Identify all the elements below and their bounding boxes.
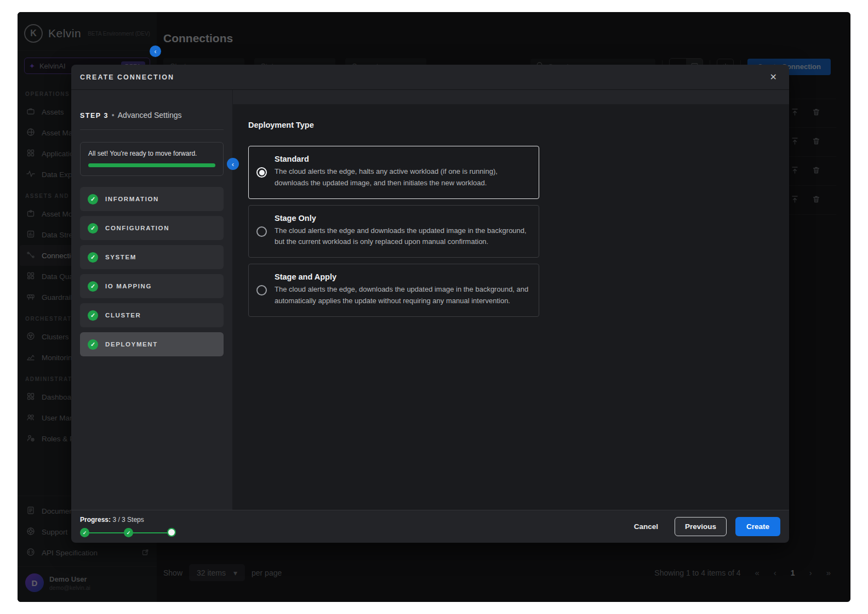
progress-label: Progress: bbox=[80, 516, 111, 524]
status-message: All set! You're ready to move forward. bbox=[88, 150, 215, 157]
panel-collapse-button[interactable]: ‹ bbox=[227, 158, 239, 170]
step-cluster[interactable]: ✓CLUSTER bbox=[80, 303, 224, 327]
progress-node-2: ✓ bbox=[124, 528, 133, 537]
step-configuration[interactable]: ✓CONFIGURATION bbox=[80, 216, 224, 240]
modal-body: STEP 3•Advanced Settings All set! You're… bbox=[71, 90, 789, 510]
modal-header: CREATE CONNECTION ✕ bbox=[71, 65, 789, 90]
progress-block: Progress: 3 / 3 Steps ✓ ✓ bbox=[80, 516, 201, 537]
progress-node-1: ✓ bbox=[80, 528, 89, 537]
radio-selected-icon[interactable] bbox=[256, 167, 267, 178]
radio-icon[interactable] bbox=[256, 226, 267, 237]
step-io-mapping[interactable]: ✓IO MAPPING bbox=[80, 274, 224, 298]
modal-content: Deployment Type Standard The cloud alert… bbox=[233, 90, 789, 510]
check-icon: ✓ bbox=[88, 223, 98, 234]
create-connection-modal: CREATE CONNECTION ✕ STEP 3•Advanced Sett… bbox=[71, 65, 789, 543]
close-icon[interactable]: ✕ bbox=[770, 72, 777, 82]
modal-title: CREATE CONNECTION bbox=[80, 73, 174, 81]
step-indicator: STEP 3•Advanced Settings bbox=[80, 90, 224, 130]
create-button[interactable]: Create bbox=[735, 517, 780, 536]
progress-node-3 bbox=[167, 528, 176, 537]
modal-actions: Cancel Previous Create bbox=[626, 517, 780, 536]
option-standard[interactable]: Standard The cloud alerts the edge, halt… bbox=[248, 146, 539, 199]
check-icon: ✓ bbox=[88, 339, 98, 350]
step-information[interactable]: ✓INFORMATION bbox=[80, 187, 224, 211]
step-system[interactable]: ✓SYSTEM bbox=[80, 245, 224, 269]
check-icon: ✓ bbox=[88, 310, 98, 321]
check-icon: ✓ bbox=[88, 281, 98, 292]
step-deployment[interactable]: ✓DEPLOYMENT bbox=[80, 332, 224, 356]
step-name: Advanced Settings bbox=[118, 111, 182, 120]
status-card: All set! You're ready to move forward. bbox=[80, 142, 224, 176]
wizard-side-panel: STEP 3•Advanced Settings All set! You're… bbox=[71, 90, 233, 510]
deployment-type-heading: Deployment Type bbox=[248, 121, 774, 129]
wizard-steps: ✓INFORMATION ✓CONFIGURATION ✓SYSTEM ✓IO … bbox=[80, 187, 224, 356]
modal-footer: Progress: 3 / 3 Steps ✓ ✓ Cancel Previou… bbox=[71, 510, 789, 543]
check-icon: ✓ bbox=[88, 194, 98, 204]
option-stage-and-apply[interactable]: Stage and Apply The cloud alerts the edg… bbox=[248, 264, 539, 317]
option-stage-only[interactable]: Stage Only The cloud alerts the edge and… bbox=[248, 205, 539, 258]
cancel-button[interactable]: Cancel bbox=[626, 522, 666, 531]
previous-button[interactable]: Previous bbox=[675, 517, 727, 536]
radio-icon[interactable] bbox=[256, 285, 267, 295]
progress-value: 3 / 3 Steps bbox=[112, 516, 144, 524]
check-icon: ✓ bbox=[88, 252, 98, 263]
progress-track: ✓ ✓ bbox=[80, 528, 176, 537]
status-progress-bar bbox=[88, 163, 215, 167]
sidebar-collapse-button[interactable]: ‹ bbox=[150, 46, 161, 57]
